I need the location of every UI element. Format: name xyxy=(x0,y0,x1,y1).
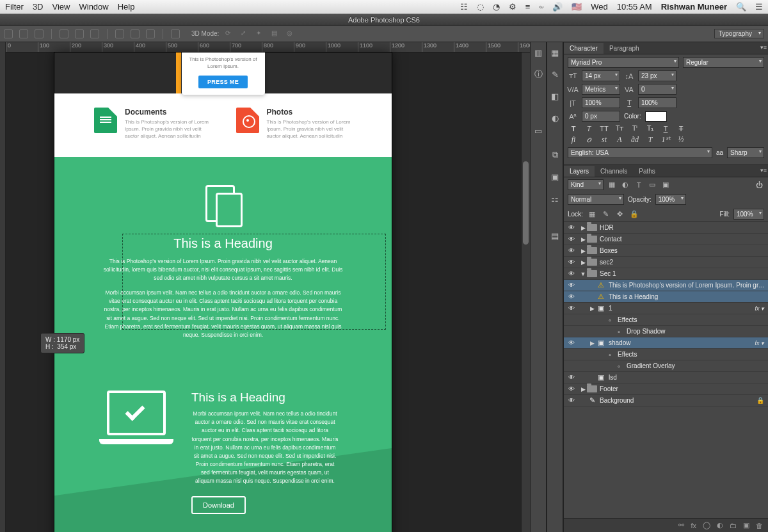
layer-disclosure-icon[interactable]: ▶ xyxy=(579,225,587,231)
layer-name[interactable]: Background xyxy=(600,397,756,404)
layer-disclosure-icon[interactable]: ▶ xyxy=(579,248,587,254)
align-center-icon[interactable] xyxy=(19,29,28,38)
layer-row[interactable]: ◦Drop Shadow xyxy=(564,326,768,337)
brush-panel-icon[interactable]: ✎ xyxy=(548,68,561,81)
layer-row[interactable]: ◦Effects xyxy=(564,349,768,360)
layer-visibility-icon[interactable]: 👁 xyxy=(564,247,579,254)
layer-name[interactable]: Contact xyxy=(600,236,768,243)
hamburger-icon[interactable]: ≡ xyxy=(525,2,531,12)
layer-name[interactable]: sec2 xyxy=(600,259,768,266)
new-layer-icon[interactable]: ▣ xyxy=(743,521,749,529)
layer-visibility-icon[interactable]: 👁 xyxy=(564,224,579,231)
styles-panel-icon[interactable]: ◧ xyxy=(548,90,561,102)
all-caps-button[interactable]: TT xyxy=(598,125,610,133)
filter-pixel-icon[interactable]: ▦ xyxy=(607,180,617,190)
filter-kind[interactable]: Kind xyxy=(568,179,604,190)
layer-row[interactable]: 👁▶HDR xyxy=(564,222,768,234)
history-panel-icon[interactable]: ▥ xyxy=(532,46,545,59)
vscale-field[interactable]: 100% xyxy=(582,97,620,108)
layer-fx-badge[interactable]: fx ▾ xyxy=(755,305,768,312)
layer-visibility-icon[interactable] xyxy=(564,351,579,358)
layer-name[interactable]: 1 xyxy=(609,305,755,312)
sync-icon[interactable]: ☷ xyxy=(460,2,468,12)
layer-disclosure-icon[interactable]: ▶ xyxy=(579,236,587,243)
hscale-field[interactable]: 100% xyxy=(638,97,676,108)
baseline-field[interactable]: 0 px xyxy=(582,111,620,122)
ot-swash-button[interactable]: 𝑜 xyxy=(583,135,595,145)
faux-italic-button[interactable]: T xyxy=(583,125,595,133)
layer-row[interactable]: 👁✎Background🔒 xyxy=(564,395,768,407)
link-layers-icon[interactable]: ⚯ xyxy=(678,521,684,529)
auto-align-icon[interactable] xyxy=(171,29,180,38)
filter-toggle-icon[interactable]: ⏻ xyxy=(754,180,764,190)
layer-visibility-icon[interactable]: 👁 xyxy=(564,305,579,312)
layer-row[interactable]: 👁▼Sec 1 xyxy=(564,268,768,280)
menu-help[interactable]: Help xyxy=(118,2,135,12)
subscript-button[interactable]: T₁ xyxy=(644,124,656,133)
tab-paragraph[interactable]: Paragraph xyxy=(604,43,645,54)
layer-visibility-icon[interactable]: 👁 xyxy=(564,293,579,300)
layer-disclosure-icon[interactable]: ▶ xyxy=(588,340,596,346)
ot-ad-button[interactable]: ãd xyxy=(629,135,641,145)
clock-day[interactable]: Wed xyxy=(591,2,608,12)
layer-row[interactable]: 👁▶▣1fx ▾ xyxy=(564,303,768,314)
strikethrough-button[interactable]: T xyxy=(675,125,687,133)
menubar-user[interactable]: Rishwan Muneer xyxy=(661,2,727,12)
small-caps-button[interactable]: Tᴛ xyxy=(614,124,625,133)
tab-layers[interactable]: Layers xyxy=(564,166,595,177)
layer-name[interactable]: Effects xyxy=(618,316,768,323)
lock-transparent-icon[interactable]: ▦ xyxy=(587,209,597,220)
language-field[interactable]: English: USA xyxy=(568,147,712,158)
layer-visibility-icon[interactable]: 👁 xyxy=(564,236,579,243)
tab-paths[interactable]: Paths xyxy=(633,166,661,177)
menu-3d[interactable]: 3D xyxy=(33,2,44,12)
layer-visibility-icon[interactable]: 👁 xyxy=(564,259,579,266)
layer-visibility-icon[interactable] xyxy=(564,328,579,335)
cloud-icon[interactable]: ◌ xyxy=(477,2,484,12)
layers-tree[interactable]: 👁▶HDR👁▶Contact👁▶Boxes👁▶sec2👁▼Sec 1👁⚠This… xyxy=(564,222,768,518)
font-family-field[interactable]: Myriad Pro xyxy=(568,57,679,68)
layer-name[interactable]: This is a Heading xyxy=(609,293,768,300)
flag-us-icon[interactable]: 🇺🇸 xyxy=(572,2,582,12)
clone-panel-icon[interactable]: ⧉ xyxy=(548,149,561,161)
kerning-field[interactable]: Metrics xyxy=(582,84,620,95)
fill-field[interactable]: 100% xyxy=(733,209,764,220)
adjustments-panel-icon[interactable]: ◐ xyxy=(548,111,561,124)
layer-visibility-icon[interactable]: 👁 xyxy=(564,270,579,277)
layer-name[interactable]: Footer xyxy=(600,385,768,392)
lock-position-icon[interactable]: ✥ xyxy=(615,209,625,220)
layer-visibility-icon[interactable]: 👁 xyxy=(564,397,579,404)
ot-st-button[interactable]: st xyxy=(598,135,610,145)
download-button[interactable]: Download xyxy=(191,496,246,514)
properties-panel-icon[interactable]: ⚏ xyxy=(548,192,561,205)
layer-row[interactable]: 👁▶Contact xyxy=(564,234,768,245)
menu-view[interactable]: View xyxy=(52,2,70,12)
delete-layer-icon[interactable]: 🗑 xyxy=(756,522,763,529)
opacity-field[interactable]: 100% xyxy=(655,194,686,205)
align-v1-icon[interactable] xyxy=(115,29,124,38)
panel-menu-icon[interactable]: ▾≡ xyxy=(760,167,767,173)
layer-mask-icon[interactable]: ◯ xyxy=(703,521,710,529)
workspace-switcher[interactable]: Typography xyxy=(714,29,764,38)
align-v2-icon[interactable] xyxy=(131,29,140,38)
font-size-field[interactable]: 14 px xyxy=(582,70,620,81)
distribute-3-icon[interactable] xyxy=(90,29,99,38)
layer-name[interactable]: Effects xyxy=(618,351,768,358)
filter-adjust-icon[interactable]: ◐ xyxy=(620,180,630,190)
ot-ordinals-button[interactable]: 1ˢᵗ xyxy=(660,135,671,145)
layer-row[interactable]: 👁▶▣shadowfx ▾ xyxy=(564,337,768,349)
ot-fi-button[interactable]: fi xyxy=(568,135,579,145)
layer-row[interactable]: 👁▶sec2 xyxy=(564,257,768,268)
layer-row[interactable]: 👁⚠This is Photoshop's version of Lorem I… xyxy=(564,280,768,291)
blend-mode-field[interactable]: Normal xyxy=(568,194,624,205)
clock-time[interactable]: 10:55 AM xyxy=(617,2,652,12)
layer-fx-icon[interactable]: fx xyxy=(691,522,696,529)
menu-filter[interactable]: Filter xyxy=(5,2,24,12)
distribute-1-icon[interactable] xyxy=(60,29,68,38)
adjustment-layer-icon[interactable]: ◐ xyxy=(717,521,723,529)
layer-name[interactable]: This is Photoshop's version of Lorem Ips… xyxy=(609,282,768,289)
tab-channels[interactable]: Channels xyxy=(595,166,633,177)
ot-contextual-button[interactable]: A xyxy=(614,135,625,145)
new-group-icon[interactable]: 🗀 xyxy=(730,522,737,529)
layer-name[interactable]: lsd xyxy=(609,374,768,381)
